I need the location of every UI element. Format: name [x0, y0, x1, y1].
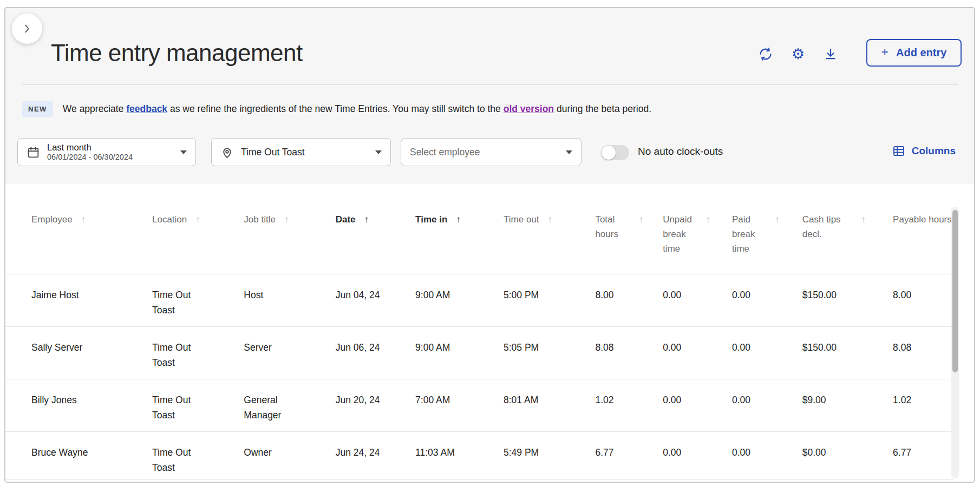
table-row[interactable]: Bruce Wayne Time Out Toast Owner Jun 24,… — [5, 432, 953, 480]
cell-job-title: Server — [244, 340, 335, 379]
cell-payable-hours: 6.77 — [893, 445, 953, 480]
location-pin-icon — [220, 146, 234, 159]
refresh-button[interactable] — [757, 46, 774, 62]
refresh-icon — [758, 47, 773, 62]
column-header-employee[interactable]: Employee↑ — [31, 212, 152, 274]
sidebar-expand-button[interactable] — [12, 14, 42, 44]
sort-arrow-icon: ↑ — [705, 212, 710, 227]
cell-payable-hours: 1.02 — [893, 392, 953, 431]
sort-arrow-icon: ↑ — [548, 212, 553, 227]
feedback-link[interactable]: feedback — [126, 103, 167, 114]
sort-arrow-icon: ↑ — [81, 212, 86, 227]
cell-location: Time Out Toast — [152, 392, 244, 431]
employee-filter-placeholder: Select employee — [410, 147, 480, 158]
table-row[interactable]: Billy Jones Time Out Toast General Manag… — [5, 379, 953, 432]
column-header-time-in[interactable]: Time in↑ — [415, 212, 504, 274]
cell-cash-tips-decl: $150.00 — [802, 340, 893, 379]
column-header-label: Unpaid break time — [663, 212, 697, 256]
cell-employee: Billy Jones — [31, 392, 152, 431]
location-filter[interactable]: Time Out Toast — [211, 138, 391, 166]
add-entry-button[interactable]: + Add entry — [866, 39, 962, 67]
columns-button[interactable]: Columns — [892, 145, 956, 157]
chevron-right-icon — [21, 23, 33, 35]
date-filter-label: Last month — [47, 142, 133, 153]
column-header-label: Paid break time — [732, 212, 766, 256]
column-header-total-hours[interactable]: Total hours↑ — [595, 212, 663, 274]
beta-banner: NEW We appreciate feedback as we refine … — [22, 101, 651, 117]
no-auto-clockouts-toggle[interactable] — [601, 145, 629, 160]
cell-cash-tips-decl: $9.00 — [802, 392, 893, 431]
time-entries-table: Employee↑ Location↑ Job title↑ Date↑ Tim… — [5, 184, 974, 482]
cell-time-out: 5:49 PM — [504, 445, 595, 480]
chevron-down-icon — [375, 150, 382, 154]
filter-bar: Last month 06/01/2024 - 06/30/2024 Time … — [5, 138, 974, 166]
cell-unpaid-break-time: 0.00 — [663, 445, 732, 480]
column-header-time-out[interactable]: Time out↑ — [504, 212, 595, 274]
column-header-location[interactable]: Location↑ — [152, 212, 244, 274]
cell-total-hours: 1.02 — [595, 392, 663, 431]
cell-payable-hours: 8.00 — [893, 287, 953, 326]
column-header-label: Employee — [31, 212, 73, 227]
vertical-scrollbar-track[interactable] — [951, 207, 959, 478]
cell-time-in: 9:00 AM — [415, 287, 504, 326]
cell-employee: Sally Server — [31, 340, 152, 379]
banner-text-post: during the beta period. — [554, 103, 651, 114]
chevron-down-icon — [566, 150, 572, 154]
cell-total-hours: 8.08 — [595, 340, 663, 379]
cell-location: Time Out Toast — [152, 287, 244, 326]
cell-time-in: 11:03 AM — [415, 445, 504, 480]
column-header-date[interactable]: Date↑ — [336, 212, 415, 274]
banner-text: We appreciate feedback as we refine the … — [63, 103, 651, 115]
column-header-payable-hours[interactable]: Payable hours — [893, 212, 953, 274]
cell-paid-break-time: 0.00 — [732, 340, 802, 379]
cell-job-title: Owner — [244, 445, 335, 480]
cell-job-title: General Manager — [244, 392, 335, 431]
cell-cash-tips-decl: $150.00 — [802, 287, 893, 326]
add-entry-label: Add entry — [896, 47, 946, 59]
cell-employee: Bruce Wayne — [31, 445, 152, 480]
cell-unpaid-break-time: 0.00 — [663, 340, 732, 379]
cell-location: Time Out Toast — [152, 340, 244, 379]
banner-text-mid: as we refine the ingredients of the new … — [167, 103, 504, 114]
gear-icon: ⚙ — [792, 47, 805, 62]
cell-unpaid-break-time: 0.00 — [663, 287, 732, 326]
cell-time-in: 7:00 AM — [415, 392, 504, 431]
table-row[interactable]: Jaime Host Time Out Toast Host Jun 04, 2… — [5, 274, 953, 327]
cell-time-out: 8:01 AM — [504, 392, 595, 431]
column-header-unpaid-break-time[interactable]: Unpaid break time↑ — [663, 212, 732, 274]
column-header-job-title[interactable]: Job title↑ — [244, 212, 335, 274]
cell-total-hours: 8.00 — [595, 287, 663, 326]
sort-arrow-icon: ↑ — [456, 212, 461, 227]
column-header-label: Location — [152, 212, 187, 227]
toggle-knob — [602, 146, 616, 160]
employee-filter[interactable]: Select employee — [401, 138, 582, 166]
column-header-label: Payable hours — [893, 212, 952, 227]
column-header-label: Job title — [244, 212, 276, 227]
export-button[interactable] — [822, 46, 839, 62]
cell-time-out: 5:00 PM — [504, 287, 595, 326]
old-version-link[interactable]: old version — [504, 103, 554, 114]
cell-paid-break-time: 0.00 — [732, 392, 802, 431]
column-header-label: Time in — [415, 212, 447, 227]
date-filter-range: 06/01/2024 - 06/30/2024 — [47, 153, 133, 162]
column-header-paid-break-time[interactable]: Paid break time↑ — [732, 212, 802, 274]
new-badge: NEW — [22, 101, 53, 117]
column-header-label: Cash tips decl. — [802, 212, 853, 241]
chevron-down-icon — [180, 150, 187, 154]
settings-button[interactable]: ⚙ — [790, 46, 806, 62]
sort-arrow-icon: ↑ — [861, 212, 866, 227]
table-header-row: Employee↑ Location↑ Job title↑ Date↑ Tim… — [5, 184, 953, 274]
cell-date: Jun 24, 24 — [336, 445, 415, 480]
cell-date: Jun 06, 24 — [336, 340, 415, 379]
vertical-scrollbar-thumb[interactable] — [952, 210, 958, 372]
date-range-filter[interactable]: Last month 06/01/2024 - 06/30/2024 — [17, 138, 196, 166]
table-row[interactable]: Sally Server Time Out Toast Server Jun 0… — [5, 327, 953, 379]
cell-date: Jun 20, 24 — [336, 392, 415, 431]
column-header-cash-tips-decl[interactable]: Cash tips decl.↑ — [802, 212, 893, 274]
cell-location: Time Out Toast — [152, 445, 244, 480]
column-header-label: Date — [336, 212, 356, 227]
sort-arrow-icon: ↑ — [639, 212, 644, 227]
sort-arrow-icon: ↑ — [284, 212, 289, 227]
sort-arrow-icon: ↑ — [364, 212, 369, 227]
cell-cash-tips-decl: $0.00 — [802, 445, 893, 480]
